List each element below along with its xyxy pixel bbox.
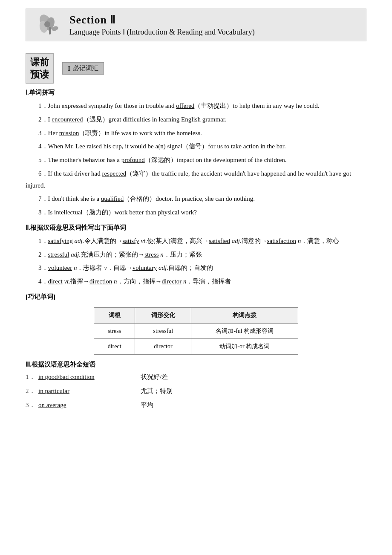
list-item: 6．If the taxi driver had respected（遵守）th…: [26, 168, 366, 192]
svg-point-3: [44, 21, 50, 27]
list-item: 2．stressful adj.充满压力的；紧张的→stress n．压力；紧张: [26, 249, 366, 261]
vocab-badge: I 必记词汇: [62, 62, 104, 75]
flower-logo: [33, 13, 63, 37]
word-encountered: encountered: [52, 116, 83, 123]
list-item: 1．satisfying adj.令人满意的→satisfy vt.使(某人)满…: [26, 235, 366, 247]
svg-rect-4: [49, 27, 51, 35]
section1-content: 1．John expressed sympathy for those in t…: [26, 100, 366, 219]
word-offered: offered: [176, 102, 194, 109]
section2: Ⅱ.根据汉语意思及词性写出下面单词 1．satisfying adj.令人满意的…: [26, 224, 366, 355]
col-header-morph: 词形变化: [135, 307, 191, 323]
list-item: 5．The mother's behavior has a profound（深…: [26, 154, 366, 166]
phrase-item: 2．in particular尤其；特别: [26, 385, 366, 397]
word-respected: respected: [102, 170, 127, 177]
word-table: 词根 词形变化 构词点拨 stressstressful名词加-ful 构成形容…: [94, 307, 298, 355]
section3-content: 1．in good/bad condition状况好/差2．in particu…: [26, 371, 366, 411]
list-item: 4．When Mr. Lee raised his cup, it would …: [26, 141, 366, 153]
list-item: 1．John expressed sympathy for those in t…: [26, 100, 366, 112]
section-subtitle: Language Points Ⅰ (Introduction & Readin…: [69, 27, 255, 37]
header-text: Section Ⅱ Language Points Ⅰ (Introductio…: [69, 13, 255, 37]
table-row: directdirector动词加-or 构成名词: [94, 339, 298, 355]
section1: Ⅰ.单词拼写 1．John expressed sympathy for tho…: [26, 89, 366, 219]
table-row: stressstressful名词加-ful 构成形容词: [94, 323, 298, 339]
word-table-container: 词根 词形变化 构词点拨 stressstressful名词加-ful 构成形容…: [26, 307, 366, 355]
header-banner: Section Ⅱ Language Points Ⅰ (Introductio…: [26, 9, 366, 41]
word-signal: signal: [167, 143, 182, 150]
list-item: 7．I don't think she is a qualified（合格的）d…: [26, 193, 366, 205]
section2-content: 1．satisfying adj.令人满意的→satisfy vt.使(某人)满…: [26, 235, 366, 355]
phrase-item: 1．in good/bad condition状况好/差: [26, 371, 366, 383]
col-header-root: 词根: [94, 307, 135, 323]
pre-reading-label: 课前 预读: [26, 53, 54, 84]
word-qualified: qualified: [101, 195, 124, 202]
list-item: 8．Is intellectual（脑力的）work better than p…: [26, 207, 366, 219]
word-intellectual: intellectual: [54, 209, 83, 216]
pre-reading-block: 课前 预读 I 必记词汇: [26, 53, 366, 84]
section3: Ⅲ.根据汉语意思补全短语 1．in good/bad condition状况好/…: [26, 361, 366, 411]
word-mission: mission: [59, 130, 79, 136]
section2-heading: Ⅱ.根据汉语意思及词性写出下面单词: [26, 224, 366, 232]
section1-heading: Ⅰ.单词拼写: [26, 89, 366, 97]
col-header-note: 构词点拨: [191, 307, 298, 323]
word-profound: profound: [121, 156, 145, 163]
list-item: 2．I encountered（遇见）great difficulties in…: [26, 114, 366, 126]
list-item: 3．Her mission（职责）in life was to work wit…: [26, 127, 366, 139]
clever-label: [巧记单词]: [26, 291, 366, 303]
phrase-item: 3．on average平均: [26, 399, 366, 411]
section3-heading: Ⅲ.根据汉语意思补全短语: [26, 361, 366, 369]
list-item: 3．volunteer n．志愿者 v．自愿→voluntary adj.自愿的…: [26, 262, 366, 274]
list-item: 4．direct vt.指挥→direction n．方向，指挥→directo…: [26, 276, 366, 288]
section-title: Section Ⅱ: [69, 13, 255, 26]
